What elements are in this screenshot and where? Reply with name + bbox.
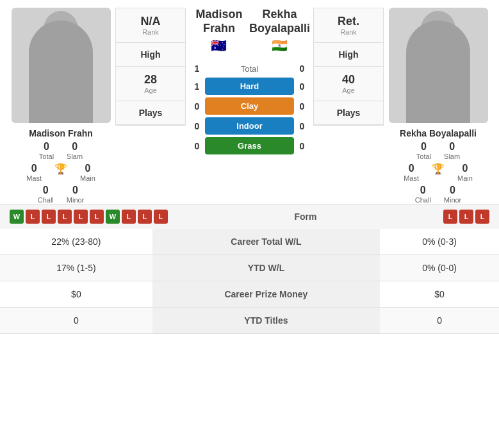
right-flag: 🇮🇳 <box>249 38 310 53</box>
stats-table: 22% (23-80) Career Total W/L 0% (0-3) 17… <box>0 229 499 334</box>
left-plays-row: Plays <box>116 101 185 125</box>
left-age-label: Age <box>144 87 157 94</box>
right-chall-value: 0 <box>420 185 426 196</box>
clay-badge: Clay <box>205 97 294 115</box>
left-age-row: 28 Age <box>116 67 185 101</box>
right-stats-row-3: 0 Chall 0 Minor <box>384 185 493 204</box>
left-chall-stat: 0 Chall <box>38 185 54 204</box>
left-high-row: High <box>116 43 185 67</box>
right-slam-label: Slam <box>444 153 460 160</box>
grass-left-score: 0 <box>189 141 205 151</box>
indoor-left-score: 0 <box>189 121 205 131</box>
comparison-middle: N/A Rank High 28 Age Plays <box>115 8 384 154</box>
left-form-badge-4: L <box>58 210 72 224</box>
left-form-badge-10: L <box>154 210 168 224</box>
total-right-score: 0 <box>294 63 310 74</box>
left-trophy-icon: 🏆 <box>54 163 67 182</box>
main-container: Madison Frahn 0 Total 0 Slam 0 Mast 🏆 <box>0 0 499 334</box>
left-mast-label: Mast <box>26 174 42 182</box>
left-stats-panel: N/A Rank High 28 Age Plays <box>115 8 186 126</box>
right-main-stat: 0 Main <box>457 163 473 182</box>
table-row: 22% (23-80) Career Total W/L 0% (0-3) <box>0 229 499 255</box>
form-label: Form <box>295 212 317 222</box>
table-row: $0 Career Prize Money $0 <box>0 281 499 308</box>
right-stats-panel: Ret. Rank High 40 Age Plays <box>313 8 384 126</box>
hard-right-score: 0 <box>294 81 310 92</box>
left-stats-row-1: 0 Total 0 Slam <box>6 141 115 160</box>
form-section: W L L L L L W L L L Form L L L <box>0 204 499 229</box>
right-plays-row: Plays <box>314 101 383 125</box>
total-label: Total <box>205 64 294 74</box>
left-form-badge-9: L <box>138 210 152 224</box>
right-stats-row-2: 0 Mast 🏆 0 Main <box>384 163 493 182</box>
left-rank-label: Rank <box>142 28 159 36</box>
hard-court-row: 1 Hard 0 <box>189 78 310 95</box>
right-slam-stat: 0 Slam <box>444 141 460 160</box>
table-row: 0 YTD Titles 0 <box>0 308 499 334</box>
left-age-value: 28 <box>144 73 157 87</box>
left-form-badge-1: W <box>10 210 24 224</box>
indoor-badge: Indoor <box>205 117 294 135</box>
left-stats-row-3: 0 Chall 0 Minor <box>6 185 115 204</box>
grass-right-score: 0 <box>294 141 310 151</box>
left-slam-value: 0 <box>72 141 78 153</box>
left-total-stat: 0 Total <box>39 141 54 160</box>
center-content: Madison Frahn 🇦🇺 Rekha Boyalapalli 🇮🇳 <box>186 8 313 154</box>
total-left-score: 1 <box>189 63 205 74</box>
left-player-card: Madison Frahn 0 Total 0 Slam 0 Mast 🏆 <box>6 8 115 204</box>
right-player-avatar <box>389 8 488 123</box>
left-mast-stat: 0 Mast <box>26 163 42 182</box>
right-age-label: Age <box>342 87 355 94</box>
right-mast-stat: 0 Mast <box>404 163 419 182</box>
right-stats-row-1: 0 Total 0 Slam <box>384 141 493 160</box>
right-age-row: 40 Age <box>314 67 383 101</box>
left-slam-label: Slam <box>67 153 83 160</box>
center-left-name: Madison Frahn <box>189 8 249 35</box>
right-age-value: 40 <box>342 73 355 87</box>
prize-right: $0 <box>380 281 499 308</box>
top-section: Madison Frahn 0 Total 0 Slam 0 Mast 🏆 <box>0 0 499 204</box>
indoor-court-row: 0 Indoor 0 <box>189 117 310 135</box>
left-main-label: Main <box>80 174 95 182</box>
left-form-badge-2: L <box>26 210 40 224</box>
right-rank-value: Ret. <box>338 15 359 28</box>
grass-badge: Grass <box>205 137 294 154</box>
indoor-right-score: 0 <box>294 121 310 131</box>
left-slam-stat: 0 Slam <box>67 141 83 160</box>
right-form-badge-1: L <box>443 210 457 224</box>
left-player-name: Madison Frahn <box>29 128 93 138</box>
clay-left-score: 0 <box>189 101 205 112</box>
grass-court-row: 0 Grass 0 <box>189 137 310 154</box>
left-rank-row: N/A Rank <box>116 8 185 43</box>
hard-badge: Hard <box>205 78 294 95</box>
prize-left: $0 <box>0 281 152 308</box>
right-avatar-figure <box>406 21 470 123</box>
left-form-badge-7: W <box>106 210 120 224</box>
left-minor-label: Minor <box>67 196 85 204</box>
right-player-card: Rekha Boyalapalli 0 Total 0 Slam 0 Mast … <box>384 8 493 204</box>
left-main-value: 0 <box>85 163 90 174</box>
ytd-wl-left: 17% (1-5) <box>0 255 152 281</box>
left-minor-stat: 0 Minor <box>67 185 85 204</box>
right-trophy-icon: 🏆 <box>432 163 445 182</box>
left-form-badge-8: L <box>122 210 136 224</box>
right-mast-value: 0 <box>409 163 414 174</box>
right-mast-label: Mast <box>404 174 419 182</box>
right-high-row: High <box>314 43 383 67</box>
right-form-badges: L L L <box>443 210 489 224</box>
left-stats-row-2: 0 Mast 🏆 0 Main <box>6 163 115 182</box>
titles-left: 0 <box>0 308 152 334</box>
ytd-wl-label: YTD W/L <box>152 255 380 281</box>
right-main-label: Main <box>457 174 473 182</box>
left-minor-value: 0 <box>72 185 78 196</box>
left-mast-value: 0 <box>31 163 37 174</box>
left-player-avatar <box>12 8 111 123</box>
prize-label: Career Prize Money <box>152 281 380 308</box>
left-avatar-figure <box>29 21 93 123</box>
clay-court-row: 0 Clay 0 <box>189 97 310 115</box>
total-row: 1 Total 0 <box>189 63 310 74</box>
right-chall-stat: 0 Chall <box>415 185 431 204</box>
left-form-badge-6: L <box>90 210 104 224</box>
right-total-value: 0 <box>421 141 427 153</box>
right-minor-label: Minor <box>444 196 462 204</box>
